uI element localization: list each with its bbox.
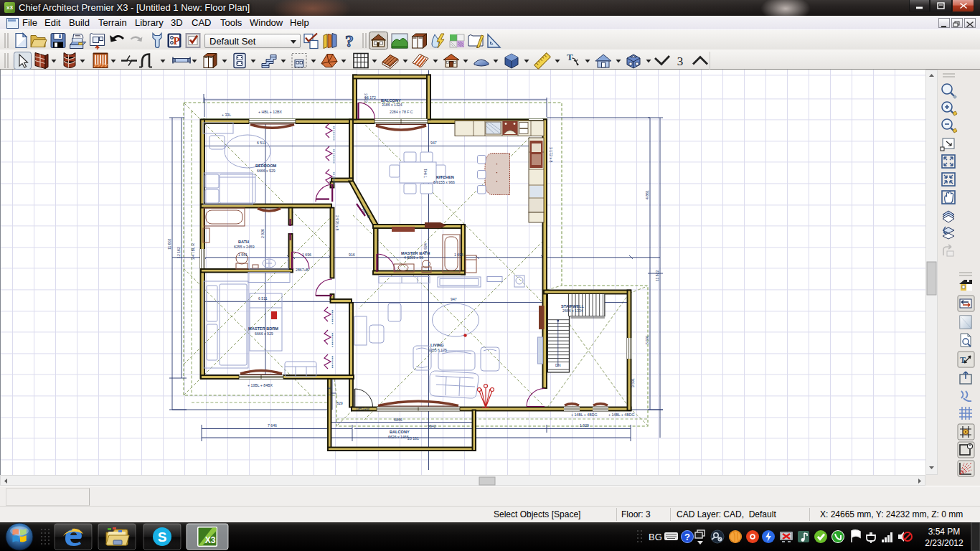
- svg-text:6846: 6846: [394, 418, 402, 422]
- svg-text:1 696: 1 696: [302, 253, 311, 257]
- svg-text:3: 3: [677, 55, 684, 68]
- svg-text:P: P: [173, 35, 179, 47]
- svg-text:9642: 9642: [428, 424, 436, 428]
- svg-text:BEDROOM: BEDROOM: [255, 164, 277, 168]
- svg-text:5 591: 5 591: [645, 335, 649, 344]
- svg-text:S: S: [158, 529, 167, 545]
- svg-text:1 661: 1 661: [238, 253, 248, 257]
- svg-text:3 4 7BL R: 3 4 7BL R: [191, 243, 195, 260]
- svg-text:1 929: 1 929: [580, 423, 589, 428]
- svg-text:?: ?: [345, 32, 354, 50]
- svg-text:12 162: 12 162: [176, 247, 181, 258]
- svg-text:6626 x 1466: 6626 x 1466: [388, 435, 409, 439]
- svg-text:T: T: [567, 52, 573, 62]
- svg-text:916: 916: [349, 253, 355, 257]
- svg-text:X3: X3: [205, 535, 216, 545]
- svg-text:11 602: 11 602: [167, 238, 171, 250]
- svg-text:6666 x 929: 6666 x 929: [255, 331, 273, 336]
- svg-text:3 172: 3 172: [364, 93, 368, 103]
- svg-text:3 172 x 8: 3 172 x 8: [549, 147, 553, 162]
- svg-text:7 646: 7 646: [268, 423, 277, 428]
- svg-text:1 696: 1 696: [454, 253, 463, 257]
- svg-text:+ 14BL + 4BDG: + 14BL + 4BDG: [571, 413, 597, 417]
- svg-text:7 941: 7 941: [423, 169, 428, 178]
- svg-text:KITCHEN: KITCHEN: [436, 175, 454, 179]
- svg-text:8 9155 x 966: 8 9155 x 966: [433, 180, 455, 184]
- svg-text:2666 x 1334: 2666 x 1334: [562, 309, 583, 313]
- svg-text:DN: DN: [555, 363, 561, 367]
- svg-text:1852+M: 1852+M: [356, 407, 369, 411]
- svg-text:BG: BG: [649, 532, 662, 542]
- svg-text:4 8269 x 96: 4 8269 x 96: [404, 255, 423, 260]
- svg-text:BATH: BATH: [238, 240, 249, 244]
- svg-text:829: 829: [336, 401, 343, 405]
- svg-text:2867+B: 2867+B: [296, 268, 309, 272]
- svg-text:+ 33L: + 33L: [222, 113, 231, 117]
- svg-text:20 161: 20 161: [407, 436, 419, 441]
- svg-text:6 511: 6 511: [257, 141, 266, 145]
- svg-text:+ HBL + 12BX: + HBL + 12BX: [258, 110, 283, 114]
- svg-text:BALCONY: BALCONY: [390, 430, 410, 434]
- svg-text:947: 947: [451, 297, 457, 301]
- svg-text:?: ?: [684, 532, 690, 542]
- svg-text:4 861: 4 861: [645, 190, 649, 199]
- svg-text:3:54 PM: 3:54 PM: [928, 527, 961, 537]
- svg-text:2 976 x 8: 2 976 x 8: [335, 215, 339, 230]
- svg-text:+ 13BL + 84BX: + 13BL + 84BX: [248, 383, 273, 387]
- svg-text:3186 x 1324: 3186 x 1324: [382, 103, 402, 107]
- svg-text:LIVING: LIVING: [430, 343, 444, 347]
- svg-text:1 776: 1 776: [327, 387, 331, 396]
- svg-text:MASTER BDRM: MASTER BDRM: [248, 326, 278, 331]
- svg-text:3 591: 3 591: [631, 378, 635, 387]
- svg-text:11 622: 11 622: [655, 270, 659, 281]
- svg-text:6666 x 929: 6666 x 929: [257, 169, 275, 173]
- svg-text:2284 x 78 F C: 2284 x 78 F C: [390, 110, 413, 114]
- svg-text:947: 947: [430, 141, 437, 145]
- svg-text:9265 6 175: 9265 6 175: [428, 348, 447, 352]
- svg-text:+ 14BL + 4BDG: + 14BL + 4BDG: [608, 413, 634, 417]
- svg-text:2 926: 2 926: [260, 229, 265, 238]
- svg-text:6255 x 2459: 6255 x 2459: [234, 245, 255, 249]
- svg-text:6 511: 6 511: [258, 296, 268, 301]
- svg-text:1 924: 1 924: [423, 243, 428, 253]
- svg-text:2/23/2012: 2/23/2012: [925, 538, 963, 548]
